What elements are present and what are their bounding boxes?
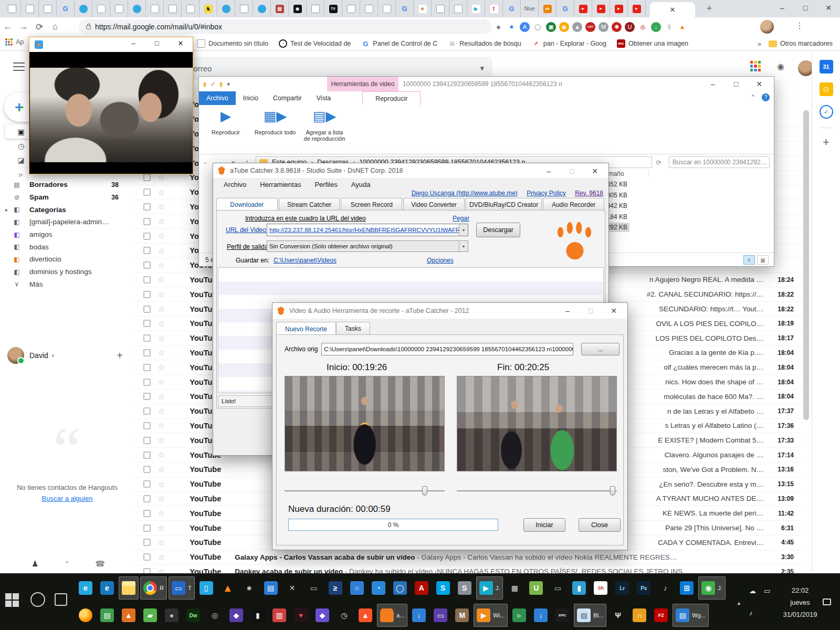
details-view-icon[interactable]: ≡ [743, 255, 755, 265]
explorer-titlebar[interactable]: ▮ ✓ ▮ ▾ Herramientas de video 10000000 2… [199, 77, 774, 91]
bookmark-item[interactable]: ◔ Test de Velocidad de [279, 38, 351, 49]
source-file-input[interactable]: C:\Users\panet\Downloads\10000000 239412… [321, 343, 573, 355]
email-row[interactable]: ☆ YouTube Galaxy Apps - Carlos Vassan ac… [134, 550, 802, 565]
refresh-icon[interactable]: ⟳ [652, 159, 666, 166]
sidebar-item[interactable]: ▸ ◧ Categorías [0, 203, 131, 216]
google-apps-icon[interactable] [750, 61, 761, 72]
taskbar-app[interactable]: ♥ [291, 604, 311, 627]
onedrive-icon[interactable]: ☁ [749, 587, 756, 595]
reload-icon[interactable]: ⟳ [32, 22, 47, 33]
taskbar-app[interactable]: ▭ [430, 604, 450, 627]
email-star-icon[interactable]: ☆ [158, 348, 165, 358]
taskbar-app[interactable]: R [140, 576, 167, 600]
browser-tab[interactable] [75, 0, 92, 17]
extension-icon[interactable]: A [520, 22, 530, 32]
clock[interactable]: 22:02 jueves 31/01/2019 [779, 585, 822, 621]
taskbar-app-icon[interactable]: U [529, 581, 543, 595]
taskbar-app[interactable]: ◎ [205, 604, 225, 627]
bookmark-item[interactable]: IMG Obtener una imagen [617, 38, 688, 49]
browser-tab[interactable] [360, 0, 378, 17]
extension-icon[interactable]: U [625, 22, 635, 32]
opciones-link[interactable]: Opciones [427, 257, 454, 264]
tab-inicio[interactable]: Inicio [236, 91, 266, 105]
maximize-icon[interactable]: □ [152, 39, 162, 47]
taskbar-app[interactable]: ▰ [140, 604, 160, 627]
browser-profile-avatar[interactable] [760, 20, 774, 34]
taskbar-app[interactable]: e [76, 576, 96, 600]
browser-tab[interactable] [128, 0, 146, 17]
explorer-search-input[interactable]: Buscar en 10000000 23941292… [669, 156, 770, 168]
privacy-link[interactable]: Privacy Policy [527, 190, 566, 197]
sidebar-item[interactable]: ◧ divertiocio [0, 253, 131, 266]
taskbar-app-icon[interactable]: M [455, 608, 469, 622]
browser-active-tab[interactable]: ✕ [650, 2, 695, 17]
atube-tab[interactable]: Screen Record [341, 198, 402, 211]
bookmark-item[interactable]: Documento sin título [197, 38, 268, 49]
taskbar-app-icon[interactable]: ▭ [551, 581, 564, 595]
email-checkbox[interactable] [143, 466, 151, 473]
email-star-icon[interactable]: ☆ [158, 406, 165, 416]
atube-tab[interactable]: Audio Recorder [543, 198, 604, 211]
hangouts-tab-icon[interactable]: “ [66, 559, 68, 569]
taskbar-app[interactable]: ▤ Wg... [673, 604, 709, 627]
browser-tab[interactable]: ▸ [592, 0, 610, 17]
inicio-slider[interactable] [285, 486, 445, 496]
extension-icon[interactable]: ▲ [572, 22, 582, 32]
taskbar-app-icon[interactable]: ▰ [143, 608, 157, 622]
taskbar-app[interactable]: Ps [634, 576, 654, 600]
side-panel-icon[interactable]: ✓ [820, 105, 833, 119]
taskbar-app[interactable]: A [412, 576, 432, 600]
taskbar-app-icon[interactable]: ▲ [359, 608, 372, 622]
bookmark-item[interactable]: ▤ Resultados de búsqu [448, 38, 521, 49]
extension-icon[interactable]: ✱ [612, 22, 622, 32]
browser-tab[interactable]: ▸ [628, 0, 646, 17]
taskbar-app[interactable]: ▤ [261, 576, 281, 600]
extension-icon[interactable]: ◯ [533, 22, 543, 32]
close-icon[interactable]: ✕ [602, 303, 625, 319]
taskbar-app-icon[interactable]: ▤ [676, 608, 689, 622]
browser-tab[interactable]: G [556, 0, 574, 17]
taskbar-app-icon[interactable]: Sh [594, 581, 607, 595]
email-checkbox[interactable] [143, 364, 151, 371]
email-star-icon[interactable]: ☆ [158, 508, 165, 518]
sidebar-item[interactable]: ∨ Más [0, 278, 131, 291]
sidebar-item[interactable]: ◧ dominios y hostings [0, 266, 131, 278]
extension-icon[interactable]: ◎ [638, 22, 648, 32]
tab-close-icon[interactable]: ✕ [670, 6, 676, 14]
home-icon[interactable]: ⌂ [47, 22, 63, 32]
taskbar-app[interactable]: ∗ [239, 576, 259, 600]
email-checkbox[interactable] [143, 320, 151, 327]
slider-handle[interactable] [422, 486, 427, 496]
email-checkbox[interactable] [143, 539, 151, 546]
email-checkbox[interactable] [143, 334, 151, 342]
browser-tab[interactable] [432, 0, 449, 17]
email-star-icon[interactable]: ☆ [158, 289, 165, 299]
extension-icon[interactable]: ◈ [494, 22, 503, 32]
list-scrollbar[interactable] [803, 110, 809, 420]
email-star-icon[interactable]: ☆ [158, 479, 165, 489]
email-star-icon[interactable]: ☆ [158, 523, 165, 533]
email-star-icon[interactable]: ☆ [158, 231, 165, 241]
menu-item[interactable]: Perfiles [314, 181, 337, 188]
email-star-icon[interactable]: ☆ [158, 377, 165, 387]
tab-nuevo-recorte[interactable]: Nuevo Recorte [276, 322, 336, 336]
email-checkbox[interactable] [143, 553, 151, 561]
email-star-icon[interactable]: ☆ [158, 202, 165, 212]
email-star-icon[interactable]: ☆ [158, 246, 165, 256]
browser-tab[interactable]: ∗ [414, 0, 432, 17]
browser-tab[interactable] [449, 0, 467, 17]
browser-tab[interactable] [342, 0, 360, 17]
taskbar-app[interactable]: Sh [591, 576, 611, 600]
taskbar-app[interactable]: a... [377, 604, 407, 627]
minimize-icon[interactable]: – [537, 163, 560, 179]
cortana-icon[interactable] [30, 592, 45, 607]
taskbar-app-icon[interactable]: A [415, 581, 428, 595]
hangouts-profile[interactable]: David ∨ + [7, 344, 133, 367]
taskbar-app[interactable]: ▶ Wi... [474, 604, 508, 627]
thumbnail-view-icon[interactable]: ▦ [757, 255, 769, 265]
atube-titlebar[interactable]: aTube Catcher 3.8.9618 - Studio Suite - … [213, 163, 608, 178]
taskbar-app[interactable]: ▤ [97, 604, 117, 627]
browser-tab[interactable]: ♞ [200, 0, 217, 17]
extension-icon[interactable]: § [664, 22, 674, 32]
taskbar-app-icon[interactable]: ▮ [251, 608, 265, 622]
